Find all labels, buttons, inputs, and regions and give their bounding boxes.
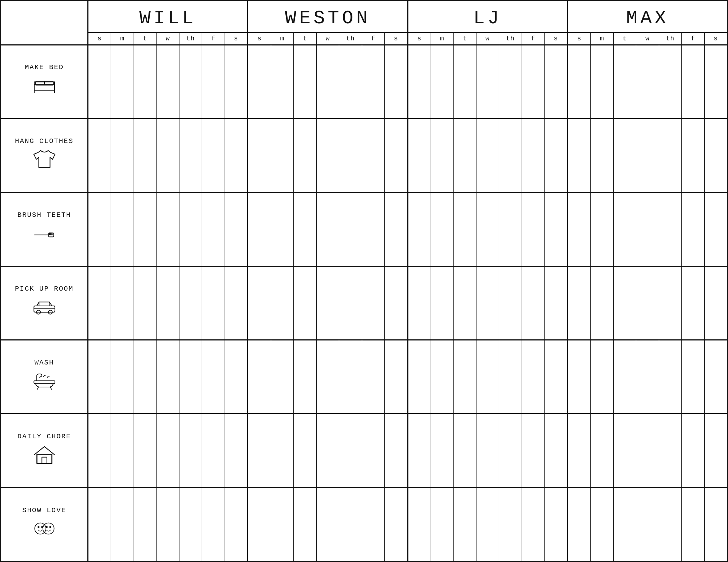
cell-will-s-row0[interactable] (225, 45, 247, 118)
cell-max-w-row1[interactable] (636, 119, 659, 192)
cell-max-th-row4[interactable] (659, 340, 682, 413)
cell-max-w-row6[interactable] (636, 488, 659, 561)
cell-weston-s-row1[interactable] (385, 119, 407, 192)
cell-lj-s-row6[interactable] (408, 488, 431, 561)
cell-will-m-row4[interactable] (111, 340, 134, 413)
cell-max-f-row3[interactable] (682, 267, 704, 340)
cell-lj-m-row4[interactable] (431, 340, 454, 413)
cell-max-s-row2[interactable] (705, 193, 727, 266)
cell-will-s-row1[interactable] (225, 119, 247, 192)
cell-weston-f-row2[interactable] (362, 193, 385, 266)
cell-weston-w-row3[interactable] (317, 267, 339, 340)
cell-will-s-row6[interactable] (225, 488, 247, 561)
cell-max-t-row5[interactable] (614, 414, 636, 487)
cell-lj-th-row2[interactable] (499, 193, 522, 266)
cell-weston-t-row3[interactable] (294, 267, 316, 340)
cell-lj-th-row4[interactable] (499, 340, 522, 413)
cell-lj-w-row1[interactable] (476, 119, 499, 192)
cell-will-w-row0[interactable] (157, 45, 179, 118)
cell-weston-m-row0[interactable] (271, 45, 294, 118)
cell-will-t-row1[interactable] (134, 119, 157, 192)
cell-lj-t-row3[interactable] (454, 267, 476, 340)
cell-max-f-row0[interactable] (682, 45, 704, 118)
cell-will-w-row5[interactable] (157, 414, 179, 487)
cell-max-s-row1[interactable] (705, 119, 727, 192)
cell-will-w-row4[interactable] (157, 340, 179, 413)
cell-lj-w-row2[interactable] (476, 193, 499, 266)
cell-weston-th-row5[interactable] (339, 414, 362, 487)
cell-lj-m-row6[interactable] (431, 488, 454, 561)
cell-weston-th-row0[interactable] (339, 45, 362, 118)
cell-weston-f-row1[interactable] (362, 119, 385, 192)
cell-weston-th-row3[interactable] (339, 267, 362, 340)
cell-lj-th-row0[interactable] (499, 45, 522, 118)
cell-lj-m-row5[interactable] (431, 414, 454, 487)
cell-will-t-row4[interactable] (134, 340, 157, 413)
cell-weston-f-row6[interactable] (362, 488, 385, 561)
cell-max-s-row6[interactable] (568, 488, 591, 561)
cell-lj-w-row3[interactable] (476, 267, 499, 340)
cell-will-th-row1[interactable] (179, 119, 202, 192)
cell-will-m-row3[interactable] (111, 267, 134, 340)
cell-weston-s-row2[interactable] (385, 193, 407, 266)
cell-weston-t-row4[interactable] (294, 340, 316, 413)
cell-lj-w-row0[interactable] (476, 45, 499, 118)
cell-weston-s-row3[interactable] (248, 267, 271, 340)
cell-will-s-row4[interactable] (225, 340, 247, 413)
cell-max-th-row5[interactable] (659, 414, 682, 487)
cell-weston-t-row5[interactable] (294, 414, 316, 487)
cell-will-th-row0[interactable] (179, 45, 202, 118)
cell-weston-s-row5[interactable] (248, 414, 271, 487)
cell-weston-s-row1[interactable] (248, 119, 271, 192)
cell-weston-s-row3[interactable] (385, 267, 407, 340)
cell-will-f-row2[interactable] (202, 193, 225, 266)
cell-lj-s-row3[interactable] (545, 267, 567, 340)
cell-weston-m-row5[interactable] (271, 414, 294, 487)
cell-weston-s-row2[interactable] (248, 193, 271, 266)
cell-max-s-row2[interactable] (568, 193, 591, 266)
cell-will-m-row1[interactable] (111, 119, 134, 192)
cell-max-f-row6[interactable] (682, 488, 704, 561)
cell-max-w-row3[interactable] (636, 267, 659, 340)
cell-will-m-row6[interactable] (111, 488, 134, 561)
cell-max-f-row5[interactable] (682, 414, 704, 487)
cell-will-th-row3[interactable] (179, 267, 202, 340)
cell-lj-t-row6[interactable] (454, 488, 476, 561)
cell-max-s-row4[interactable] (705, 340, 727, 413)
cell-will-s-row4[interactable] (88, 340, 111, 413)
cell-lj-t-row2[interactable] (454, 193, 476, 266)
cell-max-m-row5[interactable] (591, 414, 613, 487)
cell-weston-f-row3[interactable] (362, 267, 385, 340)
cell-weston-w-row6[interactable] (317, 488, 339, 561)
cell-lj-s-row0[interactable] (408, 45, 431, 118)
cell-lj-m-row1[interactable] (431, 119, 454, 192)
cell-max-th-row2[interactable] (659, 193, 682, 266)
cell-lj-f-row0[interactable] (522, 45, 545, 118)
cell-weston-w-row5[interactable] (317, 414, 339, 487)
cell-max-m-row4[interactable] (591, 340, 613, 413)
cell-will-s-row0[interactable] (88, 45, 111, 118)
cell-max-f-row4[interactable] (682, 340, 704, 413)
cell-weston-th-row4[interactable] (339, 340, 362, 413)
cell-will-s-row2[interactable] (88, 193, 111, 266)
cell-weston-s-row4[interactable] (248, 340, 271, 413)
cell-max-m-row3[interactable] (591, 267, 613, 340)
cell-will-w-row6[interactable] (157, 488, 179, 561)
cell-will-t-row3[interactable] (134, 267, 157, 340)
cell-max-m-row6[interactable] (591, 488, 613, 561)
cell-weston-t-row0[interactable] (294, 45, 316, 118)
cell-max-w-row2[interactable] (636, 193, 659, 266)
cell-max-s-row4[interactable] (568, 340, 591, 413)
cell-lj-s-row1[interactable] (408, 119, 431, 192)
cell-lj-f-row6[interactable] (522, 488, 545, 561)
cell-max-s-row1[interactable] (568, 119, 591, 192)
cell-will-th-row6[interactable] (179, 488, 202, 561)
cell-max-th-row0[interactable] (659, 45, 682, 118)
cell-weston-f-row0[interactable] (362, 45, 385, 118)
cell-max-m-row2[interactable] (591, 193, 613, 266)
cell-will-s-row2[interactable] (225, 193, 247, 266)
cell-lj-s-row0[interactable] (545, 45, 567, 118)
cell-will-f-row6[interactable] (202, 488, 225, 561)
cell-max-w-row4[interactable] (636, 340, 659, 413)
cell-will-m-row0[interactable] (111, 45, 134, 118)
